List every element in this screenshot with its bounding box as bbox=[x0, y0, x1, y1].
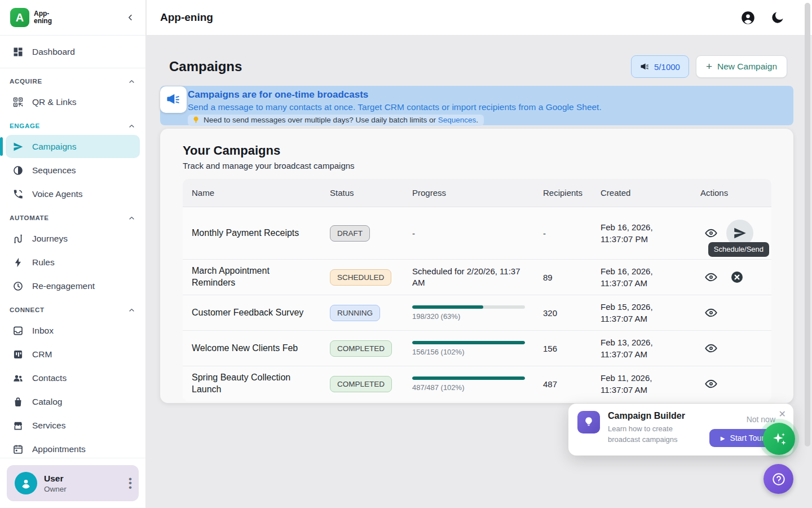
bag-icon bbox=[12, 396, 24, 408]
user-circle-icon[interactable] bbox=[740, 10, 756, 25]
campaign-recipients: 320 bbox=[534, 295, 592, 331]
sidebar-item-dashboard[interactable]: Dashboard bbox=[6, 40, 140, 63]
campaign-progress: Scheduled for 2/20/26, 11:37 AM bbox=[403, 260, 534, 295]
popup-title: Campaign Builder bbox=[608, 411, 698, 421]
play-icon: ▶ bbox=[721, 435, 725, 441]
sidebar-item-contacts[interactable]: Contacts bbox=[6, 366, 140, 389]
status-badge: RUNNING bbox=[330, 305, 380, 321]
sidebar-nav: Dashboard ACQUIREQR & LinksENGAGECampaig… bbox=[0, 36, 145, 458]
banner-title: Campaigns are for one-time broadcasts bbox=[188, 89, 787, 100]
megaphone-icon bbox=[160, 86, 187, 113]
new-campaign-label: New Campaign bbox=[717, 62, 777, 72]
sidebar-item-appointments[interactable]: Appointments bbox=[6, 437, 140, 458]
banner-tip-text: Need to send messages over multiple days… bbox=[204, 116, 478, 124]
close-icon[interactable]: ✕ bbox=[779, 409, 786, 419]
sidebar-item-catalog[interactable]: Catalog bbox=[6, 390, 140, 413]
sidebar-item-label: Voice Agents bbox=[32, 189, 83, 199]
vertical-scrollbar[interactable] bbox=[805, 3, 810, 446]
table-header-row: NameStatusProgressRecipientsCreatedActio… bbox=[183, 179, 771, 207]
sidebar-item-label: QR & Links bbox=[32, 97, 76, 107]
phone-icon bbox=[12, 189, 24, 200]
sidebar-item-crm[interactable]: CRM bbox=[6, 343, 140, 366]
campaign-progress: 487/487 (102%) bbox=[403, 366, 534, 401]
sidebar-item-services[interactable]: Services bbox=[6, 414, 140, 437]
sidebar-item-inbox[interactable]: Inbox bbox=[6, 319, 140, 342]
campaign-created: Feb 16, 2026, 11:37:07 AM bbox=[592, 260, 691, 295]
campaigns-table: NameStatusProgressRecipientsCreatedActio… bbox=[183, 179, 771, 401]
ai-assistant-fab[interactable] bbox=[763, 423, 795, 455]
user-card[interactable]: User Owner ••• bbox=[7, 465, 139, 501]
campaign-name: Monthly Payment Receipts bbox=[183, 207, 321, 260]
view-campaign-button[interactable] bbox=[700, 222, 722, 244]
popup-subtitle: Learn how to create broadcast campaigns bbox=[608, 424, 698, 445]
new-campaign-button[interactable]: + New Campaign bbox=[696, 55, 787, 78]
sidebar: A App-ening Dashboard ACQUIREQR & LinksE… bbox=[0, 0, 146, 508]
sparkles-icon bbox=[771, 431, 788, 448]
sidebar-item-label: Re-engagement bbox=[32, 281, 95, 291]
view-campaign-button[interactable] bbox=[700, 266, 722, 288]
chevron-up-icon bbox=[127, 214, 136, 222]
campaign-created: Feb 11, 2026, 11:37:07 AM bbox=[592, 366, 691, 401]
bolt-icon bbox=[12, 257, 24, 268]
view-campaign-button[interactable] bbox=[700, 373, 722, 395]
campaign-status: COMPLETED bbox=[321, 366, 403, 401]
popup-text: Campaign Builder Learn how to create bro… bbox=[608, 411, 698, 448]
campaign-name: Customer Feedback Survey bbox=[183, 295, 321, 331]
sidebar-item-re-engagement[interactable]: Re-engagement bbox=[6, 274, 140, 297]
sidebar-item-label: Campaigns bbox=[32, 142, 76, 152]
help-fab[interactable] bbox=[764, 464, 793, 494]
campaign-recipients: 89 bbox=[534, 260, 592, 295]
question-icon bbox=[771, 471, 787, 487]
sidebar-sections: ACQUIREQR & LinksENGAGECampaignsSequence… bbox=[0, 73, 145, 458]
main-content: Campaigns 5/1000 + New Campaign Campaign… bbox=[147, 36, 812, 508]
campaign-status: RUNNING bbox=[321, 295, 403, 331]
sidebar-item-journeys[interactable]: Journeys bbox=[6, 227, 140, 250]
tip-prefix: Need to send messages over multiple days… bbox=[204, 116, 438, 124]
column-header-created: Created bbox=[592, 179, 691, 207]
chevron-up-icon bbox=[127, 77, 136, 86]
campaign-status: DRAFT bbox=[321, 207, 403, 260]
section-header-acquire[interactable]: ACQUIRE bbox=[0, 73, 145, 90]
sidebar-collapse-button[interactable] bbox=[125, 12, 135, 23]
section-label: CONNECT bbox=[10, 306, 45, 313]
user-menu-kebab-icon[interactable]: ••• bbox=[129, 477, 132, 489]
not-now-button[interactable]: Not now bbox=[747, 415, 775, 424]
sidebar-item-campaigns[interactable]: Campaigns bbox=[6, 135, 140, 158]
status-badge: COMPLETED bbox=[330, 340, 392, 357]
tooltip: Schedule/Send bbox=[708, 242, 769, 257]
sidebar-item-rules[interactable]: Rules bbox=[6, 251, 140, 274]
campaign-actions bbox=[691, 295, 771, 331]
section-header-automate[interactable]: AUTOMATE bbox=[0, 209, 145, 226]
campaign-name: March Appointment Reminders bbox=[183, 260, 321, 295]
progress-label: 156/156 (102%) bbox=[412, 348, 525, 356]
sidebar-item-voice-agents[interactable]: Voice Agents bbox=[6, 182, 140, 205]
calendar-icon bbox=[12, 444, 24, 455]
sidebar-item-qr-links[interactable]: QR & Links bbox=[6, 90, 140, 113]
sequences-link[interactable]: Sequences bbox=[438, 116, 476, 124]
view-campaign-button[interactable] bbox=[700, 338, 722, 359]
cancel-campaign-button[interactable] bbox=[726, 266, 748, 288]
section-header-engage[interactable]: ENGAGE bbox=[0, 117, 145, 134]
dark-mode-moon-icon[interactable] bbox=[770, 10, 785, 25]
campaign-quota-badge[interactable]: 5/1000 bbox=[631, 55, 689, 78]
kanban-icon bbox=[12, 349, 24, 360]
view-campaign-button[interactable] bbox=[700, 302, 722, 323]
logo-text: App-ening bbox=[34, 10, 58, 25]
app-logo: A bbox=[10, 8, 29, 27]
progress-text: Scheduled for 2/20/26, 11:37 AM bbox=[412, 266, 525, 289]
campaign-recipients: 487 bbox=[534, 366, 592, 401]
section-header-connect[interactable]: CONNECT bbox=[0, 301, 145, 318]
campaign-status: COMPLETED bbox=[321, 331, 403, 366]
sidebar-item-label: Contacts bbox=[32, 373, 67, 383]
campaign-created: Feb 15, 2026, 11:37:07 AM bbox=[592, 295, 691, 331]
campaign-actions bbox=[691, 260, 771, 295]
table-row: Monthly Payment ReceiptsDRAFT--Feb 16, 2… bbox=[183, 207, 771, 260]
topbar: App-ening bbox=[147, 0, 812, 36]
sidebar-item-sequences[interactable]: Sequences bbox=[6, 159, 140, 182]
topbar-actions bbox=[740, 10, 798, 25]
column-header-status: Status bbox=[321, 179, 403, 207]
eye-icon bbox=[704, 270, 718, 284]
people-icon bbox=[12, 373, 24, 384]
logo-letter: A bbox=[16, 11, 24, 24]
tip-suffix: . bbox=[476, 116, 478, 124]
